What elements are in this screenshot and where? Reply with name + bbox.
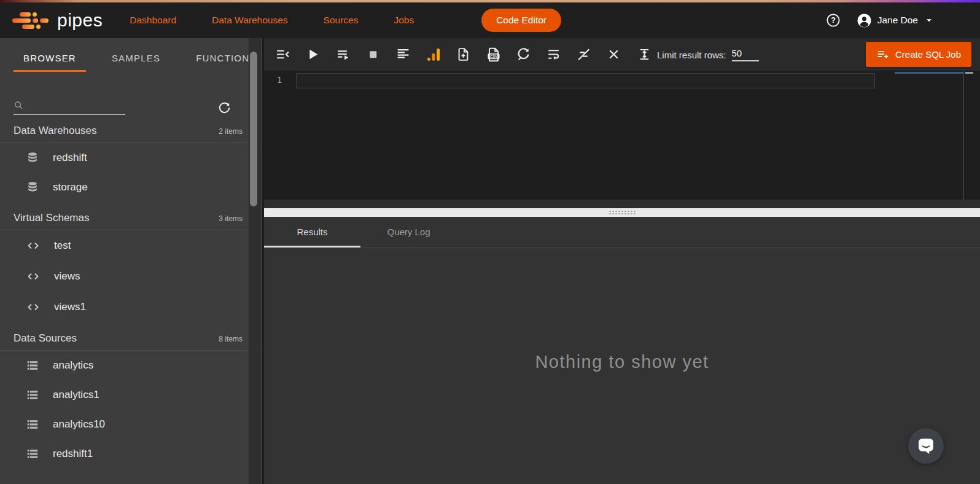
run-query-button[interactable] [298, 42, 328, 68]
format-align-icon [395, 47, 411, 62]
tree-item-label: analytics1 [53, 389, 99, 401]
tree-item-label: redshift [53, 152, 87, 164]
section-count-badge: 8 items [219, 335, 243, 343]
help-button[interactable]: ? [826, 13, 841, 28]
csv-export-icon: CSV [486, 47, 502, 63]
tree-item-analytics10[interactable]: analytics10 [0, 410, 262, 439]
tree-item-analytics[interactable]: analytics [0, 351, 262, 380]
chat-support-button[interactable] [908, 428, 944, 464]
word-wrap-button[interactable] [539, 42, 569, 68]
tab-query-log[interactable]: Query Log [360, 217, 457, 247]
editor-scroll-divider [963, 71, 964, 200]
export-csv-button[interactable]: CSV [478, 42, 508, 68]
format-sql-button[interactable] [388, 42, 418, 68]
sidebar-refresh-button[interactable] [217, 101, 231, 115]
sidebar-search-input[interactable] [28, 100, 120, 111]
caret-down-icon [924, 15, 935, 26]
editor-active-line[interactable] [296, 73, 875, 88]
pipes-logo-icon [12, 12, 49, 29]
tab-results[interactable]: Results [264, 217, 360, 247]
tree-item-analytics1[interactable]: analytics1 [0, 380, 262, 410]
limit-rows-input[interactable] [732, 48, 759, 61]
code-editor-button[interactable]: Code Editor [481, 9, 561, 32]
data-source-icon [26, 447, 39, 461]
brand-logo[interactable]: pipes [12, 10, 103, 31]
data-source-icon [26, 388, 39, 402]
collapse-editor-button[interactable] [268, 42, 298, 68]
tree-item-label: redshift1 [53, 448, 93, 460]
nav-item-dashboard[interactable]: Dashboard [130, 15, 176, 26]
tree-item-label: storage [53, 181, 88, 193]
empty-results-message: Nothing to show yet [264, 352, 980, 372]
editor-bottom-strip [264, 200, 980, 208]
results-panel: Results Query Log Nothing to show yet [264, 217, 980, 484]
svg-text:?: ? [831, 16, 836, 25]
tree-item-label: test [54, 240, 71, 252]
editor-vertical-scroll-indicator[interactable] [965, 72, 973, 74]
sidebar-scrollbar-thumb[interactable] [250, 52, 257, 206]
splitter-grip-dots [609, 210, 636, 215]
tree-item-label: analytics10 [53, 418, 105, 431]
tree-item-test[interactable]: test [0, 230, 262, 261]
clear-format-button[interactable] [569, 42, 599, 68]
editor-main-panel: CSV Limit result rows: Create SQL Job 1 [264, 38, 980, 484]
refresh-query-button[interactable] [508, 42, 539, 68]
brand-name: pipes [57, 10, 103, 31]
close-editor-button[interactable] [599, 42, 629, 68]
tab-functions[interactable]: FUNCTIONS [196, 53, 256, 72]
tree-item-storage[interactable]: storage [0, 173, 262, 202]
user-avatar-icon [857, 13, 872, 28]
nav-item-jobs[interactable]: Jobs [394, 15, 414, 26]
schema-code-icon [26, 269, 41, 284]
sidebar-search-row [14, 100, 262, 115]
run-query-icon [305, 47, 321, 62]
tree-item-redshift[interactable]: redshift [0, 143, 262, 173]
section-header-data-warehouses[interactable]: Data Warehouses 2 items [0, 115, 262, 143]
top-navigation-bar: pipes Dashboard Data Warehouses Sources … [0, 2, 980, 38]
nav-item-sources[interactable]: Sources [324, 15, 359, 26]
database-icon [26, 181, 39, 194]
sidebar-scrollbar-track[interactable] [249, 38, 261, 484]
section-title: Data Sources [14, 332, 77, 345]
tab-samples[interactable]: SAMPLES [112, 53, 160, 72]
sidebar-tabs: BROWSER SAMPLES FUNCTIONS [0, 38, 262, 72]
chat-bubble-icon [917, 437, 935, 455]
tree-item-redshift1[interactable]: redshift1 [0, 439, 262, 469]
section-count-badge: 2 items [219, 127, 243, 136]
section-title: Data Warehouses [14, 125, 96, 137]
primary-nav: Dashboard Data Warehouses Sources Jobs C… [130, 9, 561, 32]
run-selection-button[interactable] [328, 42, 358, 68]
sidebar-search-box[interactable] [14, 100, 125, 115]
section-header-virtual-schemas[interactable]: Virtual Schemas 3 items [0, 202, 262, 230]
tree-item-label: analytics [53, 359, 93, 372]
editor-toolbar: CSV Limit result rows: Create SQL Job [264, 38, 980, 71]
section-header-data-sources[interactable]: Data Sources 8 items [0, 322, 262, 351]
row-limit-icon [637, 47, 651, 61]
analytics-chart-icon [426, 47, 441, 63]
new-file-button[interactable] [448, 42, 478, 68]
create-sql-job-button[interactable]: Create SQL Job [866, 42, 971, 67]
app-window: pipes Dashboard Data Warehouses Sources … [0, 0, 980, 484]
playlist-add-icon [876, 48, 889, 61]
editor-horizontal-scroll-indicator[interactable] [895, 72, 963, 74]
limit-rows-label: Limit result rows: [657, 50, 726, 61]
user-menu[interactable]: Jane Doe [857, 13, 935, 28]
browser-sidebar: BROWSER SAMPLES FUNCTIONS [0, 38, 264, 484]
schema-code-icon [26, 238, 41, 253]
create-sql-job-label: Create SQL Job [895, 49, 961, 60]
data-source-icon [26, 418, 39, 431]
tree-item-views[interactable]: views [0, 261, 262, 292]
word-wrap-icon [546, 47, 561, 62]
refresh-query-icon [516, 47, 531, 62]
sql-code-editor[interactable]: 1 [264, 71, 980, 200]
stop-query-button[interactable] [358, 42, 388, 68]
editor-line-number: 1 [264, 71, 295, 85]
panel-splitter-handle[interactable] [264, 208, 980, 217]
chart-results-button[interactable] [418, 42, 448, 68]
section-count-badge: 3 items [219, 214, 243, 223]
tree-item-views1[interactable]: views1 [0, 292, 262, 322]
tab-browser[interactable]: BROWSER [23, 53, 76, 72]
nav-item-data-warehouses[interactable]: Data Warehouses [212, 15, 288, 26]
database-icon [26, 151, 39, 165]
collapse-editor-icon [275, 47, 290, 62]
